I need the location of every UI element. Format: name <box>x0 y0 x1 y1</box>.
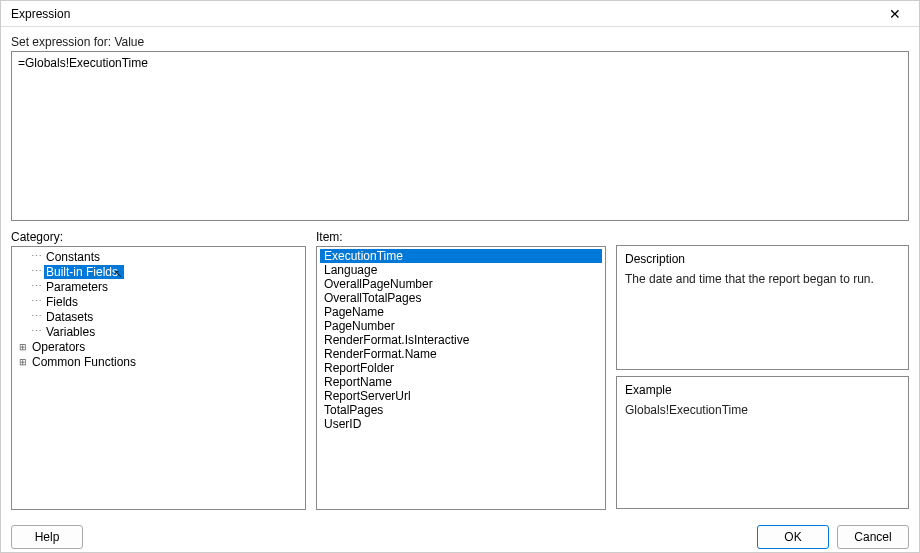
item-label: Item: <box>316 230 606 244</box>
close-icon: ✕ <box>889 6 901 22</box>
category-item-label: Variables <box>44 325 97 339</box>
category-item-label: Constants <box>44 250 102 264</box>
category-tree[interactable]: ⋯Constants⋯Built-in Fields↖⋯Parameters⋯F… <box>11 246 306 510</box>
title-bar: Expression ✕ <box>1 1 919 27</box>
category-tree-item[interactable]: ⊞Common Functions <box>15 354 302 369</box>
category-tree-item[interactable]: ⋯Constants <box>15 249 302 264</box>
tree-connector-icon: ⋯ <box>31 280 42 293</box>
category-item-label: Built-in Fields↖ <box>44 265 124 279</box>
category-tree-item[interactable]: ⋯Parameters <box>15 279 302 294</box>
item-list-row[interactable]: TotalPages <box>320 403 602 417</box>
category-item-label: Fields <box>44 295 80 309</box>
description-panel: Description The date and time that the r… <box>616 245 909 370</box>
cancel-button[interactable]: Cancel <box>837 525 909 549</box>
item-list[interactable]: ExecutionTimeLanguageOverallPageNumberOv… <box>316 246 606 510</box>
dialog-title: Expression <box>11 7 70 21</box>
subtitle-label: Set expression for: Value <box>11 35 909 49</box>
expand-icon[interactable]: ⊞ <box>17 357 28 367</box>
item-list-row[interactable]: RenderFormat.IsInteractive <box>320 333 602 347</box>
category-item-label: Parameters <box>44 280 110 294</box>
example-label: Example <box>625 383 900 397</box>
example-text: Globals!ExecutionTime <box>625 403 900 417</box>
item-list-row[interactable]: UserID <box>320 417 602 431</box>
footer: Help OK Cancel <box>1 518 919 553</box>
category-tree-item[interactable]: ⋯Fields <box>15 294 302 309</box>
expand-icon[interactable]: ⊞ <box>17 342 28 352</box>
category-item-label: Datasets <box>44 310 95 324</box>
tree-connector-icon: ⋯ <box>31 295 42 308</box>
tree-connector-icon: ⋯ <box>31 310 42 323</box>
category-item-label: Operators <box>30 340 87 354</box>
category-tree-item[interactable]: ⋯Datasets <box>15 309 302 324</box>
item-list-row[interactable]: ExecutionTime <box>320 249 602 263</box>
description-text: The date and time that the report began … <box>625 272 900 286</box>
item-list-row[interactable]: OverallTotalPages <box>320 291 602 305</box>
close-button[interactable]: ✕ <box>879 2 911 26</box>
item-list-row[interactable]: ReportName <box>320 375 602 389</box>
item-list-row[interactable]: OverallPageNumber <box>320 277 602 291</box>
tree-connector-icon: ⋯ <box>31 265 42 278</box>
category-item-label: Common Functions <box>30 355 138 369</box>
item-list-row[interactable]: PageName <box>320 305 602 319</box>
category-tree-item[interactable]: ⋯Built-in Fields↖ <box>15 264 302 279</box>
item-list-row[interactable]: RenderFormat.Name <box>320 347 602 361</box>
cursor-icon: ↖ <box>114 268 122 279</box>
category-label: Category: <box>11 230 306 244</box>
item-list-row[interactable]: PageNumber <box>320 319 602 333</box>
item-list-row[interactable]: Language <box>320 263 602 277</box>
item-list-row[interactable]: ReportServerUrl <box>320 389 602 403</box>
example-panel: Example Globals!ExecutionTime <box>616 376 909 509</box>
category-tree-item[interactable]: ⊞Operators <box>15 339 302 354</box>
ok-button[interactable]: OK <box>757 525 829 549</box>
tree-connector-icon: ⋯ <box>31 250 42 263</box>
help-button[interactable]: Help <box>11 525 83 549</box>
description-label: Description <box>625 252 900 266</box>
category-tree-item[interactable]: ⋯Variables <box>15 324 302 339</box>
expression-input[interactable] <box>11 51 909 221</box>
item-list-row[interactable]: ReportFolder <box>320 361 602 375</box>
tree-connector-icon: ⋯ <box>31 325 42 338</box>
